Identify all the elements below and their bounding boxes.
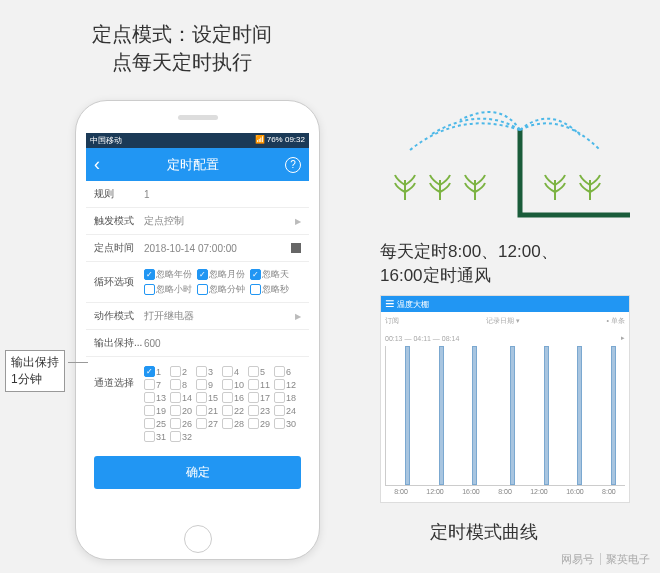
loop-option[interactable]: ✓忽略天 [250,268,289,281]
time-label: 定点时间 [94,241,144,255]
chart-bar [611,346,616,485]
channel-cell[interactable]: 17 [248,392,272,403]
chart-caption: 定时模式曲线 [430,520,538,544]
status-bar: 中国移动 📶 76% 09:32 [86,133,309,148]
calendar-icon[interactable] [291,243,301,253]
chart-date-range: 00:13 — 04:11 — 08:14▸ [381,330,629,346]
rule-value: 1 [144,189,301,200]
chart-x-labels: 8:0012:0016:008:0012:0016:008:00 [381,486,629,495]
loop-option[interactable]: 忽略秒 [250,283,289,296]
x-label: 12:00 [426,488,444,495]
rule-label: 规则 [94,187,144,201]
phone-screen: 中国移动 📶 76% 09:32 ‹ 定时配置 ? 规则 1 触发模式 定点控制… [86,133,309,519]
callout-box: 输出保持 1分钟 [5,350,65,392]
output-label: 输出保持... [94,336,144,350]
channel-cell[interactable]: 12 [274,379,298,390]
chart-bar [577,346,582,485]
chart-controls: 订阅记录日期 ▾• 单条 [381,312,629,330]
chevron-icon: ▶ [295,217,301,226]
x-label: 12:00 [530,488,548,495]
loop-option[interactable]: 忽略分钟 [197,283,245,296]
footer-author: 聚英电子 [600,553,650,565]
chart-bar [544,346,549,485]
channel-cell[interactable]: 25 [144,418,168,429]
channel-cell[interactable]: 19 [144,405,168,416]
channel-cell[interactable]: 30 [274,418,298,429]
x-label: 8:00 [394,488,408,495]
channel-cell[interactable]: 20 [170,405,194,416]
channel-cell[interactable]: 32 [170,431,194,442]
carrier: 中国移动 [90,135,122,146]
row-action[interactable]: 动作模式 打开继电器 ▶ [86,303,309,330]
x-label: 8:00 [602,488,616,495]
schedule-text: 每天定时8:00、12:00、 16:00定时通风 [380,240,558,288]
footer: 网易号 聚英电子 [553,552,650,567]
channel-cell[interactable]: 10 [222,379,246,390]
loop-option[interactable]: ✓忽略年份 [144,268,192,281]
help-icon[interactable]: ? [285,157,301,173]
channel-cell[interactable]: 7 [144,379,168,390]
channel-cell[interactable]: 2 [170,366,194,377]
chart-header: ≡ 温度大棚 [381,296,629,312]
row-trigger[interactable]: 触发模式 定点控制 ▶ [86,208,309,235]
x-label: 16:00 [462,488,480,495]
channel-label: 通道选择 [94,376,144,390]
chart-bar [405,346,410,485]
channel-cell[interactable]: 23 [248,405,272,416]
channel-cell[interactable]: 6 [274,366,298,377]
channel-cell[interactable]: 31 [144,431,168,442]
chart-bar [472,346,477,485]
channel-cell[interactable]: 22 [222,405,246,416]
chart-panel: ≡ 温度大棚 订阅记录日期 ▾• 单条 00:13 — 04:11 — 08:1… [380,295,630,503]
channel-cell[interactable]: 5 [248,366,272,377]
loop-option[interactable]: 忽略小时 [144,283,192,296]
loop-option[interactable]: ✓忽略月份 [197,268,245,281]
time-value: 2018-10-14 07:00:00 [144,243,291,254]
sprinkler-illustration [380,95,630,225]
home-button[interactable] [184,525,212,553]
channel-cell[interactable]: 28 [222,418,246,429]
phone-frame: 中国移动 📶 76% 09:32 ‹ 定时配置 ? 规则 1 触发模式 定点控制… [75,100,320,560]
channel-cell[interactable]: 27 [196,418,220,429]
chart-bar [439,346,444,485]
loop-label: 循环选项 [94,275,144,289]
channel-cell[interactable]: 3 [196,366,220,377]
header-title: 定时配置 [167,156,219,174]
channel-cell[interactable]: 21 [196,405,220,416]
footer-brand: 网易号 [556,553,594,565]
chart-title: 温度大棚 [397,299,429,310]
x-label: 8:00 [498,488,512,495]
trigger-value: 定点控制 [144,214,295,228]
channel-cell[interactable]: ✓1 [144,366,168,377]
channel-cell[interactable]: 4 [222,366,246,377]
channel-cell[interactable]: 29 [248,418,272,429]
row-loop: 循环选项 ✓忽略年份✓忽略月份✓忽略天忽略小时忽略分钟忽略秒 [86,262,309,303]
output-value: 600 [144,338,301,349]
channel-cell[interactable]: 9 [196,379,220,390]
channel-cell[interactable]: 24 [274,405,298,416]
confirm-button[interactable]: 确定 [94,456,301,489]
action-value: 打开继电器 [144,309,295,323]
channel-cell[interactable]: 14 [170,392,194,403]
channel-cell[interactable]: 11 [248,379,272,390]
channel-cell[interactable]: 15 [196,392,220,403]
status-right: 📶 76% 09:32 [255,135,306,146]
callout-line [68,362,88,363]
channel-cell[interactable]: 8 [170,379,194,390]
channel-cell[interactable]: 18 [274,392,298,403]
chevron-icon: ▶ [295,312,301,321]
row-time[interactable]: 定点时间 2018-10-14 07:00:00 [86,235,309,262]
row-output[interactable]: 输出保持... 600 [86,330,309,357]
row-rule[interactable]: 规则 1 [86,181,309,208]
back-icon[interactable]: ‹ [94,154,100,175]
chart-area [385,346,625,486]
channel-cell[interactable]: 13 [144,392,168,403]
channel-cell[interactable]: 16 [222,392,246,403]
x-label: 16:00 [566,488,584,495]
trigger-label: 触发模式 [94,214,144,228]
phone-speaker [178,115,218,120]
chart-bar [510,346,515,485]
action-label: 动作模式 [94,309,144,323]
channel-cell[interactable]: 26 [170,418,194,429]
top-title: 定点模式：设定时间 点每天定时执行 [92,20,272,76]
